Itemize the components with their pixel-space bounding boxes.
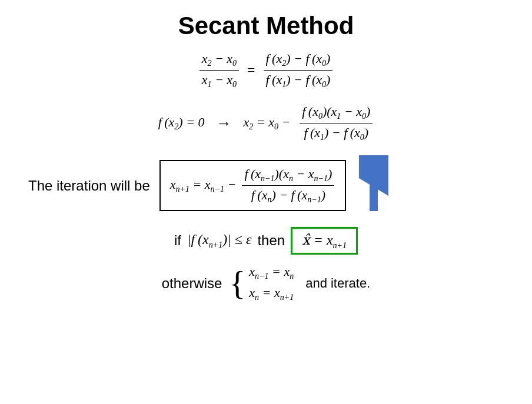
otherwise-label: otherwise	[162, 275, 222, 292]
iteration-formula-box: xn+1 = xn−1 − f (xn−1)(xn − xn−1) f (xn)…	[159, 160, 347, 212]
convergence-row: if |f (xn+1)| ≤ ε then x̂ = xn+1	[24, 227, 508, 255]
blue-arrow-icon	[359, 155, 388, 216]
otherwise-row: otherwise { xn−1 = xn xn = xn+1 and iter…	[24, 264, 508, 302]
formula-x2-derivation: f (x2) = 0 → x2 = x0 − f (x0)(x1 − x0) f…	[158, 103, 374, 143]
brace-icon: {	[229, 266, 245, 301]
and-iterate-label: and iterate.	[305, 276, 370, 291]
then-label: then	[257, 232, 285, 249]
otherwise-system: xn−1 = xn xn = xn+1	[249, 264, 294, 302]
formula-secant-line: x2 − x0 x1 − x0 = f (x2) − f (x0) f (x1)…	[198, 51, 334, 91]
if-label: if	[174, 232, 181, 249]
iteration-row: The iteration will be xn+1 = xn−1 − f (x…	[24, 155, 508, 216]
iteration-label: The iteration will be	[28, 178, 150, 194]
page-title: Secant Method	[178, 12, 354, 40]
result-green-box: x̂ = xn+1	[291, 227, 358, 255]
convergence-condition: |f (xn+1)| ≤ ε	[187, 232, 251, 250]
